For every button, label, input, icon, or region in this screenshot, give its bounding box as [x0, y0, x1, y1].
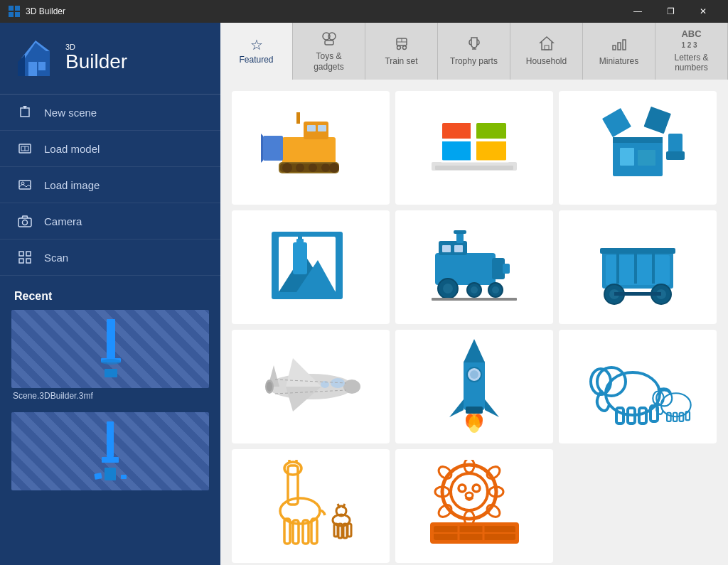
- svg-point-55: [309, 163, 317, 172]
- letters-tab-icon: ABC1 2 3: [681, 29, 701, 50]
- svg-point-57: [329, 163, 339, 173]
- svg-point-26: [101, 359, 121, 365]
- load-image-label: Load image: [44, 179, 100, 191]
- svg-marker-121: [286, 358, 321, 387]
- tab-trophy[interactable]: Trophy parts: [438, 23, 510, 80]
- svg-rect-106: [432, 298, 517, 301]
- featured-tab-icon: ☆: [250, 38, 263, 52]
- close-button[interactable]: ✕: [687, 0, 719, 23]
- tab-miniatures[interactable]: Miniatures: [583, 23, 655, 80]
- box-parts-model: [559, 91, 717, 205]
- grid-item-rocket[interactable]: [395, 330, 553, 443]
- recent-label-2: [11, 490, 209, 496]
- svg-rect-84: [666, 151, 685, 160]
- svg-rect-30: [94, 473, 102, 480]
- svg-rect-46: [623, 40, 626, 50]
- svg-point-178: [436, 464, 453, 481]
- recent-thumb-2: [11, 412, 209, 490]
- svg-rect-111: [634, 249, 637, 284]
- svg-rect-112: [652, 249, 655, 284]
- svg-rect-89: [293, 242, 307, 274]
- grid-item-giraffe[interactable]: [232, 449, 390, 563]
- minimize-button[interactable]: —: [621, 0, 654, 23]
- svg-rect-20: [26, 252, 31, 256]
- sidebar-item-load-image[interactable]: Load image: [0, 167, 220, 203]
- svg-point-18: [23, 220, 28, 225]
- grid-item-bulldozer[interactable]: [232, 91, 390, 205]
- windows-model: [395, 91, 553, 205]
- svg-rect-98: [442, 245, 451, 252]
- tab-toys[interactable]: Toys &gadgets: [293, 23, 365, 80]
- svg-marker-133: [449, 399, 464, 417]
- recent-label-1: Scene.3DBuilder.3mf: [11, 388, 209, 404]
- grid-item-elephant[interactable]: [559, 330, 717, 443]
- svg-rect-7: [38, 62, 46, 70]
- app-title: 3D Builder: [26, 6, 65, 16]
- train-model: [395, 210, 553, 324]
- svg-rect-143: [616, 408, 623, 424]
- grid-item-windows[interactable]: [395, 91, 553, 205]
- svg-rect-78: [613, 137, 663, 143]
- grid-area: [220, 80, 728, 565]
- svg-rect-22: [26, 259, 31, 263]
- svg-point-123: [331, 378, 345, 388]
- train-tab-label: Train set: [385, 56, 417, 66]
- recent-thumb-1: [11, 310, 209, 388]
- content-area: ☆ Featured Toys &gadgets: [220, 23, 728, 565]
- svg-rect-1: [15, 6, 20, 11]
- svg-rect-45: [618, 43, 621, 50]
- app-icon: [9, 6, 20, 17]
- svg-point-132: [470, 370, 478, 379]
- svg-rect-80: [644, 107, 671, 134]
- recent-item-2[interactable]: [11, 412, 209, 496]
- svg-rect-94: [503, 264, 510, 274]
- svg-point-119: [343, 380, 360, 394]
- household-tab-icon: [539, 36, 555, 53]
- svg-rect-72: [442, 141, 472, 160]
- toys-tab-label: Toys &gadgets: [314, 51, 344, 72]
- sidebar-logo: 3D Builder: [0, 23, 220, 94]
- svg-point-173: [459, 485, 466, 492]
- featured-tab-label: Featured: [239, 55, 273, 65]
- tab-letters[interactable]: ABC1 2 3 Letters &numbers: [655, 23, 728, 80]
- grid-item-train[interactable]: [395, 210, 553, 324]
- svg-marker-50: [261, 134, 263, 163]
- tab-bar: ☆ Featured Toys &gadgets: [220, 23, 728, 80]
- svg-rect-31: [121, 475, 127, 479]
- rocket-model: [395, 330, 553, 443]
- grid-item-box-parts[interactable]: [559, 91, 717, 205]
- svg-point-53: [282, 163, 292, 173]
- svg-rect-79: [602, 108, 631, 137]
- svg-rect-97: [454, 230, 466, 234]
- load-image-icon: [17, 177, 33, 193]
- grid-item-cart[interactable]: [559, 210, 717, 324]
- sidebar-item-camera[interactable]: Camera: [0, 203, 220, 240]
- svg-rect-70: [442, 123, 472, 139]
- tab-featured[interactable]: ☆ Featured: [220, 23, 293, 80]
- recent-model-2: [82, 418, 139, 485]
- svg-rect-168: [348, 524, 351, 537]
- sidebar-item-new-scene[interactable]: New scene: [0, 95, 220, 131]
- svg-rect-71: [476, 123, 506, 139]
- grid-item-shuttle[interactable]: [232, 330, 390, 443]
- maximize-button[interactable]: ❐: [654, 0, 687, 23]
- svg-rect-117: [614, 292, 661, 296]
- tab-household[interactable]: Household: [510, 23, 583, 80]
- svg-rect-81: [620, 148, 634, 166]
- recent-item-1[interactable]: Scene.3DBuilder.3mf: [11, 310, 209, 404]
- svg-rect-3: [15, 12, 20, 17]
- grid-item-frame-bottle[interactable]: [232, 210, 390, 324]
- grid-item-lion[interactable]: [395, 449, 553, 563]
- svg-rect-0: [9, 6, 14, 11]
- svg-rect-90: [296, 239, 304, 246]
- sidebar-item-load-model[interactable]: Load model: [0, 131, 220, 167]
- svg-rect-34: [325, 41, 333, 45]
- svg-marker-9: [21, 108, 29, 117]
- svg-rect-2: [9, 12, 14, 17]
- svg-rect-99: [454, 245, 463, 252]
- tab-train[interactable]: Train set: [365, 23, 438, 80]
- svg-point-181: [436, 502, 453, 520]
- sidebar-item-scan[interactable]: Scan: [0, 240, 220, 276]
- svg-point-37: [402, 46, 406, 50]
- svg-point-105: [492, 286, 499, 294]
